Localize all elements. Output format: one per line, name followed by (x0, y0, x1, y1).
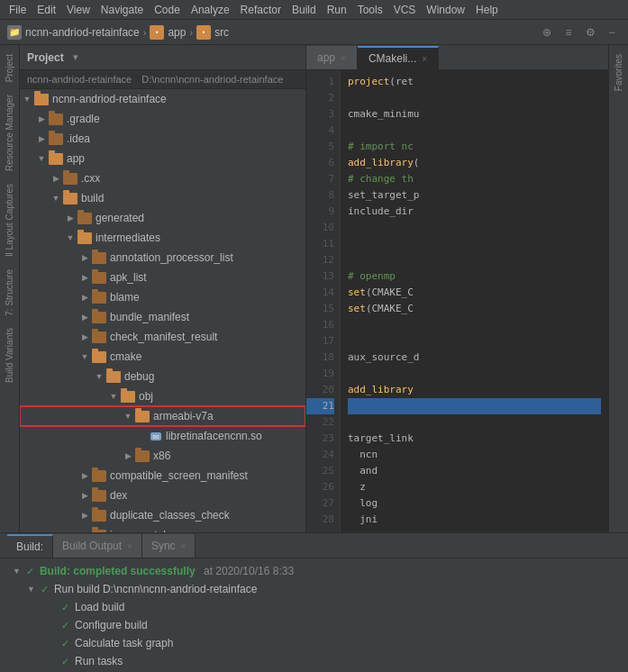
label-build: build (81, 192, 104, 204)
tab-cmake-close[interactable]: × (422, 54, 427, 64)
tree-item-cxx[interactable]: .cxx (20, 168, 305, 188)
tree-item-obj[interactable]: obj (20, 386, 305, 406)
tab-app-close[interactable]: × (341, 53, 346, 63)
build-line-runbuild: ▼ ✓ Run build D:\ncnn\ncnn-andriod-retai… (7, 580, 621, 598)
breadcrumb-app[interactable]: app (168, 26, 186, 39)
tree-item-apklist[interactable]: apk_list (20, 268, 305, 287)
output-tab-close[interactable]: × (127, 541, 132, 551)
tab-cmake[interactable]: CMakeli... × (358, 46, 439, 69)
tree-item-intermediates[interactable]: intermediates (20, 228, 305, 248)
menu-code[interactable]: Code (149, 2, 186, 18)
menu-edit[interactable]: Edit (32, 2, 61, 18)
menu-analyze[interactable]: Analyze (186, 2, 235, 18)
breadcrumb-project[interactable]: ncnn-andriod-retainface (25, 26, 140, 39)
tree-item-check[interactable]: check_manifest_result (20, 327, 305, 347)
arrow-generated (63, 211, 77, 225)
tree-item-root[interactable]: ncnn-andriod-retainface (20, 89, 305, 109)
sidebar-item-project[interactable]: Project (3, 49, 16, 87)
sidebar-item-layout[interactable]: ll Layout Captures (3, 178, 16, 262)
project-panel: Project ▾ ncnn-andriod-retainface D:\ncn… (20, 45, 306, 532)
tree-item-armeabi[interactable]: armeabi-v7a (20, 406, 305, 426)
gear-button[interactable]: ⚙ (581, 23, 599, 41)
project-root-label[interactable]: ncnn-andriod-retainface (27, 74, 132, 85)
tree-item-x86[interactable]: x86 (20, 446, 305, 466)
menu-build[interactable]: Build (287, 2, 322, 18)
project-path: ncnn-andriod-retainface D:\ncnn\ncnn-and… (20, 70, 305, 89)
arrow-blame (77, 290, 92, 304)
menu-file[interactable]: File (4, 2, 32, 18)
tree-item-debug[interactable]: debug (20, 367, 305, 386)
sync-tab-close[interactable]: × (181, 541, 187, 551)
menu-help[interactable]: Help (470, 2, 504, 18)
menu-vcs[interactable]: VCS (388, 2, 422, 18)
label-apklist: apk_list (110, 271, 147, 284)
arrow-runbuild: ▼ (27, 585, 35, 594)
build-time-text: at 2020/10/16 8:33 (201, 565, 294, 577)
code-line-8: set_target_p (348, 187, 601, 204)
tree-item-compatible[interactable]: compatible_screen_manifest (20, 466, 305, 486)
tree-item-so[interactable]: so libretinafacencnn.so (20, 426, 305, 446)
globe-button[interactable]: ⊕ (538, 23, 556, 41)
sidebar-item-variants[interactable]: Build Variants (3, 322, 16, 388)
folder-icon-blame (92, 292, 106, 304)
tree-item-duplicate[interactable]: duplicate_classes_check (20, 505, 305, 525)
check-icon-runbuild: ✓ (41, 584, 49, 595)
menu-tools[interactable]: Tools (352, 2, 388, 18)
check-icon-configure: ✓ (61, 620, 69, 631)
arrow-build-root: ▼ (13, 567, 21, 576)
folder-icon-debug (106, 371, 121, 383)
folder-icon-obj (121, 391, 135, 403)
right-side-tabs: Favorites (608, 45, 628, 532)
tree-item-build[interactable]: build (20, 188, 305, 208)
tree-item-dex[interactable]: dex (20, 486, 305, 505)
bottom-tab-build[interactable]: Build: (7, 534, 53, 558)
tab-app[interactable]: app × (306, 46, 358, 69)
code-line-18: aux_source_d (348, 350, 601, 366)
sidebar-item-structure[interactable]: 7: Structure (3, 264, 16, 322)
bottom-panel: Build: Build Output × Sync × ▼ ✓ Build: … (0, 532, 628, 672)
code-line-23: target_link (348, 431, 601, 447)
sidebar-item-favorites[interactable]: Favorites (612, 49, 625, 96)
label-root: ncnn-andriod-retainface (52, 93, 167, 105)
arrow-gradle (34, 112, 49, 126)
arrow-cxx (49, 171, 63, 186)
bottom-tab-sync[interactable]: Sync × (142, 534, 196, 558)
label-compatible: compatible_screen_manifest (110, 469, 248, 482)
tree-item-annotation[interactable]: annotation_processor_list (20, 248, 305, 268)
bottom-tab-output[interactable]: Build Output × (53, 534, 142, 558)
sidebar-item-resource[interactable]: Resource Manager (3, 89, 16, 177)
panel-dropdown[interactable]: ▾ (73, 51, 78, 63)
menu-view[interactable]: View (61, 2, 96, 18)
lines-button[interactable]: ≡ (560, 23, 578, 41)
label-idea: .idea (67, 132, 90, 145)
tree-item-bundle[interactable]: bundle_manifest (20, 307, 305, 327)
tree-item-app[interactable]: app (20, 149, 305, 168)
arrow-cmake (77, 350, 92, 364)
breadcrumb-bar: 📁 ncnn-andriod-retainface › ▪ app › ▪ sr… (0, 20, 628, 45)
file-tree: ncnn-andriod-retainface .gradle .idea (20, 89, 305, 532)
breadcrumb-src[interactable]: src (214, 26, 229, 39)
menu-refactor[interactable]: Refactor (235, 2, 287, 18)
arrow-dex (77, 488, 92, 503)
code-line-5: # import nc (348, 139, 601, 155)
label-cmake: cmake (110, 350, 141, 363)
tree-item-blame[interactable]: blame (20, 287, 305, 307)
menu-navigate[interactable]: Navigate (96, 2, 149, 18)
menu-run[interactable]: Run (322, 2, 352, 18)
bottom-tabs: Build: Build Output × Sync × (0, 533, 628, 558)
build-line-success: ▼ ✓ Build: completed successfully at 202… (7, 562, 621, 580)
menu-window[interactable]: Window (421, 2, 470, 18)
build-success-text: Build: completed successfully (40, 565, 196, 577)
code-area[interactable]: project(ret cmake_minimu # import nc add… (341, 70, 608, 532)
arrow-build (49, 191, 63, 205)
tree-item-cmake[interactable]: cmake (20, 347, 305, 367)
menu-bar: File Edit View Navigate Code Analyze Ref… (0, 0, 628, 20)
tree-item-generated[interactable]: generated (20, 208, 305, 228)
tree-item-idea[interactable]: .idea (20, 129, 305, 149)
tab-bar: app × CMakeli... × (306, 45, 608, 70)
tree-item-gradle[interactable]: .gradle (20, 109, 305, 129)
minus-button[interactable]: − (603, 23, 621, 41)
so-file-icon: so (150, 430, 162, 442)
tree-item-incremental[interactable]: incremental (20, 525, 305, 532)
build-line-load: ✓ Load build (7, 598, 621, 616)
